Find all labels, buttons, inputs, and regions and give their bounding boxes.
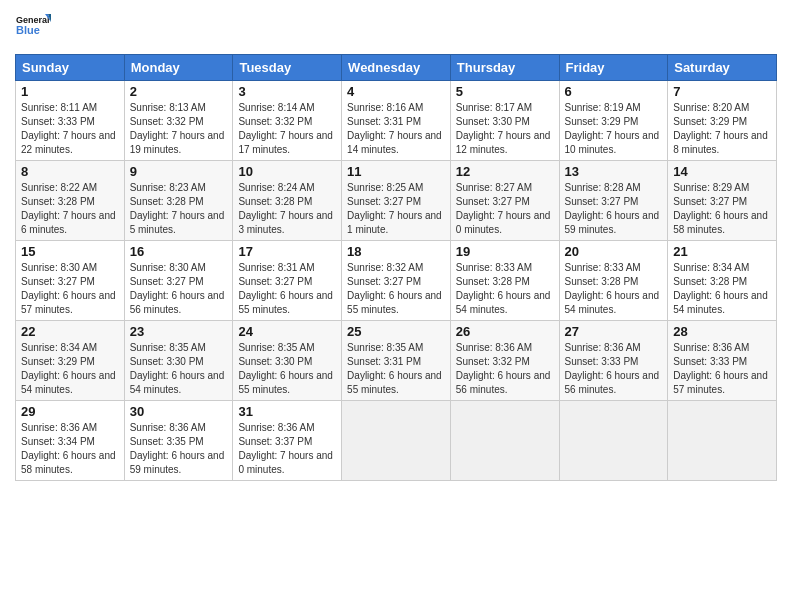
day-number: 5 (456, 84, 554, 99)
day-number: 27 (565, 324, 663, 339)
calendar-cell: 12 Sunrise: 8:27 AM Sunset: 3:27 PM Dayl… (450, 161, 559, 241)
day-number: 22 (21, 324, 119, 339)
day-number: 23 (130, 324, 228, 339)
day-info: Sunrise: 8:28 AM Sunset: 3:27 PM Dayligh… (565, 182, 660, 235)
calendar-cell: 7 Sunrise: 8:20 AM Sunset: 3:29 PM Dayli… (668, 81, 777, 161)
calendar-cell: 9 Sunrise: 8:23 AM Sunset: 3:28 PM Dayli… (124, 161, 233, 241)
calendar-cell: 14 Sunrise: 8:29 AM Sunset: 3:27 PM Dayl… (668, 161, 777, 241)
day-info: Sunrise: 8:36 AM Sunset: 3:34 PM Dayligh… (21, 422, 116, 475)
day-number: 24 (238, 324, 336, 339)
day-number: 7 (673, 84, 771, 99)
day-info: Sunrise: 8:23 AM Sunset: 3:28 PM Dayligh… (130, 182, 225, 235)
weekday-header-saturday: Saturday (668, 55, 777, 81)
calendar-cell: 31 Sunrise: 8:36 AM Sunset: 3:37 PM Dayl… (233, 401, 342, 481)
day-info: Sunrise: 8:32 AM Sunset: 3:27 PM Dayligh… (347, 262, 442, 315)
calendar-cell: 21 Sunrise: 8:34 AM Sunset: 3:28 PM Dayl… (668, 241, 777, 321)
day-info: Sunrise: 8:25 AM Sunset: 3:27 PM Dayligh… (347, 182, 442, 235)
day-info: Sunrise: 8:20 AM Sunset: 3:29 PM Dayligh… (673, 102, 768, 155)
calendar-cell: 20 Sunrise: 8:33 AM Sunset: 3:28 PM Dayl… (559, 241, 668, 321)
day-number: 25 (347, 324, 445, 339)
day-number: 14 (673, 164, 771, 179)
logo: General Blue (15, 10, 51, 46)
day-number: 10 (238, 164, 336, 179)
day-number: 21 (673, 244, 771, 259)
day-number: 18 (347, 244, 445, 259)
calendar-cell: 23 Sunrise: 8:35 AM Sunset: 3:30 PM Dayl… (124, 321, 233, 401)
calendar-cell (450, 401, 559, 481)
day-info: Sunrise: 8:34 AM Sunset: 3:28 PM Dayligh… (673, 262, 768, 315)
day-info: Sunrise: 8:22 AM Sunset: 3:28 PM Dayligh… (21, 182, 116, 235)
day-info: Sunrise: 8:30 AM Sunset: 3:27 PM Dayligh… (21, 262, 116, 315)
day-info: Sunrise: 8:33 AM Sunset: 3:28 PM Dayligh… (565, 262, 660, 315)
day-number: 9 (130, 164, 228, 179)
logo-svg: General Blue (15, 10, 51, 46)
weekday-header-friday: Friday (559, 55, 668, 81)
day-number: 6 (565, 84, 663, 99)
day-number: 15 (21, 244, 119, 259)
day-number: 4 (347, 84, 445, 99)
calendar-cell: 17 Sunrise: 8:31 AM Sunset: 3:27 PM Dayl… (233, 241, 342, 321)
day-info: Sunrise: 8:30 AM Sunset: 3:27 PM Dayligh… (130, 262, 225, 315)
calendar-cell: 6 Sunrise: 8:19 AM Sunset: 3:29 PM Dayli… (559, 81, 668, 161)
calendar-cell: 3 Sunrise: 8:14 AM Sunset: 3:32 PM Dayli… (233, 81, 342, 161)
day-info: Sunrise: 8:34 AM Sunset: 3:29 PM Dayligh… (21, 342, 116, 395)
calendar-cell: 8 Sunrise: 8:22 AM Sunset: 3:28 PM Dayli… (16, 161, 125, 241)
calendar-cell: 24 Sunrise: 8:35 AM Sunset: 3:30 PM Dayl… (233, 321, 342, 401)
svg-text:Blue: Blue (16, 24, 40, 36)
day-info: Sunrise: 8:35 AM Sunset: 3:30 PM Dayligh… (130, 342, 225, 395)
calendar-cell: 18 Sunrise: 8:32 AM Sunset: 3:27 PM Dayl… (342, 241, 451, 321)
day-info: Sunrise: 8:36 AM Sunset: 3:35 PM Dayligh… (130, 422, 225, 475)
day-number: 13 (565, 164, 663, 179)
day-info: Sunrise: 8:19 AM Sunset: 3:29 PM Dayligh… (565, 102, 660, 155)
day-info: Sunrise: 8:27 AM Sunset: 3:27 PM Dayligh… (456, 182, 551, 235)
day-info: Sunrise: 8:35 AM Sunset: 3:31 PM Dayligh… (347, 342, 442, 395)
calendar-cell (342, 401, 451, 481)
calendar-cell: 27 Sunrise: 8:36 AM Sunset: 3:33 PM Dayl… (559, 321, 668, 401)
day-number: 20 (565, 244, 663, 259)
calendar-cell: 11 Sunrise: 8:25 AM Sunset: 3:27 PM Dayl… (342, 161, 451, 241)
day-info: Sunrise: 8:31 AM Sunset: 3:27 PM Dayligh… (238, 262, 333, 315)
calendar-cell: 4 Sunrise: 8:16 AM Sunset: 3:31 PM Dayli… (342, 81, 451, 161)
day-info: Sunrise: 8:36 AM Sunset: 3:33 PM Dayligh… (673, 342, 768, 395)
calendar-cell: 15 Sunrise: 8:30 AM Sunset: 3:27 PM Dayl… (16, 241, 125, 321)
calendar-cell: 16 Sunrise: 8:30 AM Sunset: 3:27 PM Dayl… (124, 241, 233, 321)
day-number: 19 (456, 244, 554, 259)
calendar-cell (668, 401, 777, 481)
day-number: 31 (238, 404, 336, 419)
day-info: Sunrise: 8:14 AM Sunset: 3:32 PM Dayligh… (238, 102, 333, 155)
calendar-cell: 25 Sunrise: 8:35 AM Sunset: 3:31 PM Dayl… (342, 321, 451, 401)
day-number: 8 (21, 164, 119, 179)
weekday-header-wednesday: Wednesday (342, 55, 451, 81)
calendar-cell: 29 Sunrise: 8:36 AM Sunset: 3:34 PM Dayl… (16, 401, 125, 481)
day-number: 17 (238, 244, 336, 259)
calendar-cell: 5 Sunrise: 8:17 AM Sunset: 3:30 PM Dayli… (450, 81, 559, 161)
day-number: 28 (673, 324, 771, 339)
calendar-cell: 28 Sunrise: 8:36 AM Sunset: 3:33 PM Dayl… (668, 321, 777, 401)
day-number: 16 (130, 244, 228, 259)
day-info: Sunrise: 8:36 AM Sunset: 3:33 PM Dayligh… (565, 342, 660, 395)
weekday-header-thursday: Thursday (450, 55, 559, 81)
day-info: Sunrise: 8:33 AM Sunset: 3:28 PM Dayligh… (456, 262, 551, 315)
day-info: Sunrise: 8:13 AM Sunset: 3:32 PM Dayligh… (130, 102, 225, 155)
weekday-header-sunday: Sunday (16, 55, 125, 81)
day-info: Sunrise: 8:36 AM Sunset: 3:32 PM Dayligh… (456, 342, 551, 395)
day-info: Sunrise: 8:35 AM Sunset: 3:30 PM Dayligh… (238, 342, 333, 395)
day-info: Sunrise: 8:29 AM Sunset: 3:27 PM Dayligh… (673, 182, 768, 235)
day-number: 30 (130, 404, 228, 419)
day-info: Sunrise: 8:11 AM Sunset: 3:33 PM Dayligh… (21, 102, 116, 155)
calendar-cell (559, 401, 668, 481)
calendar-cell: 19 Sunrise: 8:33 AM Sunset: 3:28 PM Dayl… (450, 241, 559, 321)
calendar-cell: 30 Sunrise: 8:36 AM Sunset: 3:35 PM Dayl… (124, 401, 233, 481)
day-number: 3 (238, 84, 336, 99)
calendar-cell: 26 Sunrise: 8:36 AM Sunset: 3:32 PM Dayl… (450, 321, 559, 401)
day-info: Sunrise: 8:24 AM Sunset: 3:28 PM Dayligh… (238, 182, 333, 235)
weekday-header-tuesday: Tuesday (233, 55, 342, 81)
calendar-cell: 13 Sunrise: 8:28 AM Sunset: 3:27 PM Dayl… (559, 161, 668, 241)
calendar-cell: 10 Sunrise: 8:24 AM Sunset: 3:28 PM Dayl… (233, 161, 342, 241)
day-number: 12 (456, 164, 554, 179)
day-number: 29 (21, 404, 119, 419)
day-number: 26 (456, 324, 554, 339)
calendar-cell: 1 Sunrise: 8:11 AM Sunset: 3:33 PM Dayli… (16, 81, 125, 161)
weekday-header-monday: Monday (124, 55, 233, 81)
day-number: 1 (21, 84, 119, 99)
